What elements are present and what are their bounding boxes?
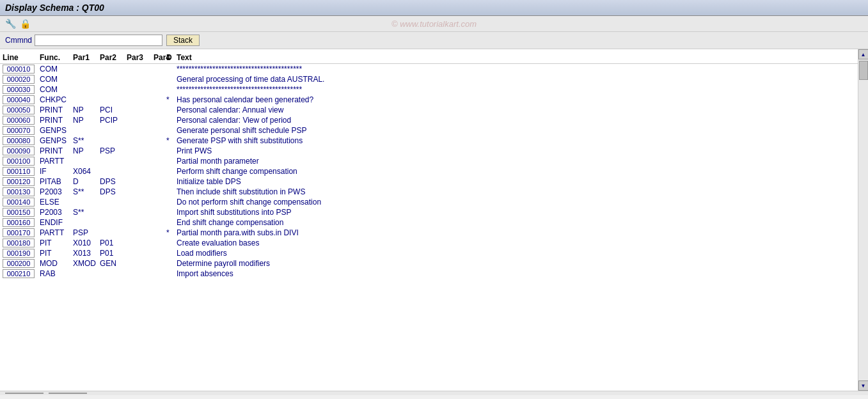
cell-par1: X010 (73, 239, 100, 247)
table-row[interactable]: 000140 ELSE Do not perform shift change … (0, 197, 858, 207)
cell-par1: XMOD (73, 259, 100, 268)
cell-line: 000120 (3, 177, 40, 186)
cell-text: Do not perform shift change compensation (177, 198, 855, 207)
toolbar: 🔧 🔒 © www.tutorialkart.com (0, 16, 868, 32)
table-row[interactable]: 000060 PRINT NP PCIP Personal calendar: … (0, 115, 858, 125)
table-header: Line Func. Par1 Par2 Par3 Par4 D Text (0, 52, 858, 64)
table-row[interactable]: 000180 PIT X010 P01 Create evaluation ba… (0, 238, 858, 248)
bottom-line-1 (5, 393, 43, 394)
table-row[interactable]: 000160 ENDIF End shift change compensati… (0, 217, 858, 228)
cell-func: P2003 (40, 208, 73, 217)
table-row[interactable]: 000050 PRINT NP PCI Personal calendar: A… (0, 105, 858, 115)
cell-func: CHKPC (40, 95, 73, 104)
table-row[interactable]: 000210 RAB Import absences (0, 269, 858, 279)
table-row[interactable]: 000030 COM *****************************… (0, 84, 858, 95)
header-text: Text (177, 53, 855, 62)
cell-text: Personal calendar: View of period (177, 116, 855, 125)
cell-text: Then include shift substitution in PWS (177, 187, 855, 196)
table-row[interactable]: 000100 PARTT Partial month parameter (0, 156, 858, 166)
cell-par2: PSP (100, 146, 127, 155)
table-row[interactable]: 000170 PARTT PSP * Partial month para.wi… (0, 228, 858, 238)
cell-line: 000030 (3, 85, 40, 94)
cell-line: 000190 (3, 249, 40, 258)
cell-par1: S** (73, 187, 100, 196)
cell-text: Perform shift change compensation (177, 167, 855, 176)
cell-line: 000090 (3, 146, 40, 155)
command-label: Cmmnd (5, 36, 32, 45)
cell-func: GENPS (40, 136, 73, 145)
header-par4: Par4 (154, 53, 166, 62)
cell-line: 000130 (3, 187, 40, 196)
cell-par2: PCIP (100, 116, 127, 125)
table-row[interactable]: 000110 IF X064 Perform shift change comp… (0, 166, 858, 176)
cell-func: RAB (40, 269, 73, 278)
cell-text: Determine payroll modifiers (177, 259, 855, 268)
cell-par1: X013 (73, 249, 100, 258)
cell-text: Create evaluation bases (177, 239, 855, 247)
bottom-bar (0, 391, 868, 395)
cell-par1: NP (73, 146, 100, 155)
table-row[interactable]: 000040 CHKPC * Has personal calendar bee… (0, 95, 858, 105)
cell-par1: NP (73, 106, 100, 114)
cell-par2: DPS (100, 187, 127, 196)
cell-line: 000200 (3, 259, 40, 268)
cell-text: Print PWS (177, 146, 855, 155)
cell-line: 000070 (3, 126, 40, 135)
title-text: Display Schema : QT00 (5, 3, 104, 13)
cell-par1: S** (73, 208, 100, 217)
cell-func: COM (40, 75, 73, 84)
cell-func: MOD (40, 259, 73, 268)
cell-par2: DPS (100, 177, 127, 186)
table-row[interactable]: 000200 MOD XMOD GEN Determine payroll mo… (0, 258, 858, 269)
cell-func: COM (40, 65, 73, 74)
cell-text: Import shift substitutions into PSP (177, 208, 855, 217)
table-row[interactable]: 000120 PITAB D DPS Initialize table DPS (0, 176, 858, 187)
scroll-up-arrow[interactable]: ▲ (858, 49, 869, 59)
cell-line: 000020 (3, 75, 40, 84)
scroll-down-arrow[interactable]: ▼ (858, 380, 869, 391)
cell-d: * (166, 228, 177, 237)
cell-line: 000010 (3, 65, 40, 74)
scrollbar[interactable]: ▲ ▼ (858, 49, 868, 391)
cell-par1: NP (73, 116, 100, 125)
title-bar: Display Schema : QT00 (0, 0, 868, 16)
cell-d: * (166, 136, 177, 145)
cell-text: Partial month para.with subs.in DIVI (177, 228, 855, 237)
cell-line: 000080 (3, 136, 40, 145)
table-row[interactable]: 000020 COM General processing of time da… (0, 74, 858, 84)
cell-line: 000170 (3, 228, 40, 237)
table-row[interactable]: 000190 PIT X013 P01 Load modifiers (0, 248, 858, 258)
table-row[interactable]: 000080 GENPS S** * Generate PSP with shi… (0, 136, 858, 146)
tool-icon-1[interactable]: 🔧 (5, 19, 16, 29)
cell-func: COM (40, 85, 73, 94)
table-row[interactable]: 000010 COM *****************************… (0, 64, 858, 74)
cell-func: ENDIF (40, 218, 73, 227)
cell-line: 000060 (3, 116, 40, 125)
cell-text: Load modifiers (177, 249, 855, 258)
header-d: D (166, 53, 177, 62)
cell-func: P2003 (40, 187, 73, 196)
bottom-line-2 (49, 393, 87, 394)
cell-text: End shift change compensation (177, 218, 855, 227)
stack-button[interactable]: Stack (166, 35, 200, 46)
scroll-thumb[interactable] (859, 61, 868, 80)
cell-func: PRINT (40, 106, 73, 114)
table-row[interactable]: 000070 GENPS Generate personal shift sch… (0, 125, 858, 136)
cell-text: Generate personal shift schedule PSP (177, 126, 855, 135)
cell-par2: P01 (100, 249, 127, 258)
command-input[interactable] (35, 35, 162, 46)
cell-func: PIT (40, 249, 73, 258)
watermark: © www.tutorialkart.com (391, 19, 477, 29)
table-row[interactable]: 000150 P2003 S** Import shift substituti… (0, 207, 858, 217)
cell-line: 000140 (3, 198, 40, 207)
cell-line: 000160 (3, 218, 40, 227)
cell-line: 000110 (3, 167, 40, 176)
table-row[interactable]: 000130 P2003 S** DPS Then include shift … (0, 187, 858, 197)
cell-func: ELSE (40, 198, 73, 207)
cell-line: 000150 (3, 208, 40, 217)
cell-func: GENPS (40, 126, 73, 135)
tool-icon-2[interactable]: 🔒 (20, 19, 31, 29)
rows-container: 000010 COM *****************************… (0, 64, 858, 279)
scroll-track[interactable] (858, 59, 868, 380)
table-row[interactable]: 000090 PRINT NP PSP Print PWS (0, 146, 858, 156)
